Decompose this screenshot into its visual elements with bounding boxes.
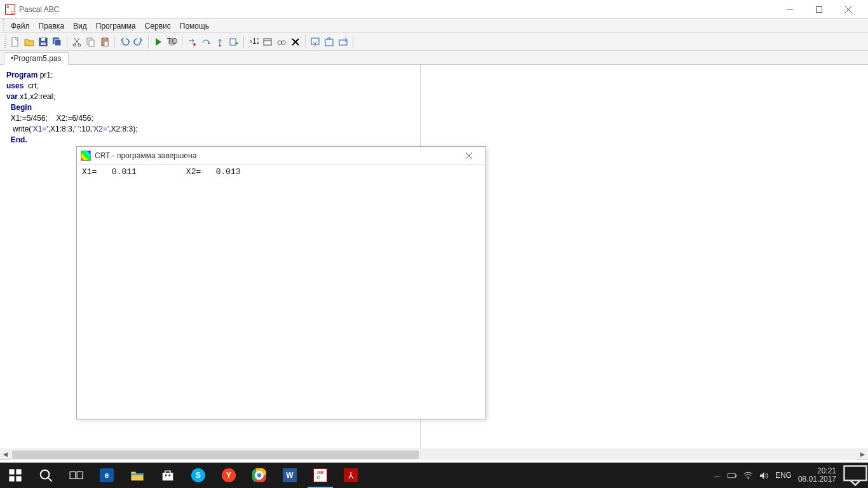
svg-rect-1 <box>12 37 18 46</box>
action-center-button[interactable] <box>843 463 868 488</box>
undo-button[interactable] <box>118 35 132 49</box>
skype-icon[interactable]: S <box>183 463 214 488</box>
crt-titlebar[interactable]: CRT - программа завершена <box>77 147 485 165</box>
paste-button[interactable] <box>98 35 112 49</box>
volume-icon[interactable] <box>759 471 769 480</box>
acrobat-icon[interactable]: ⅄ <box>336 463 366 488</box>
crt-window[interactable]: CRT - программа завершена X1= 0.011 X2= … <box>76 146 486 419</box>
save-button[interactable] <box>36 35 50 49</box>
chrome-icon[interactable] <box>244 463 275 488</box>
pascal-abc-taskbar-icon[interactable]: ABC <box>305 463 336 488</box>
window-button[interactable] <box>261 35 275 49</box>
watch-button[interactable]: ›123 <box>247 35 261 49</box>
svg-point-45 <box>747 478 749 479</box>
tray-language[interactable]: ENG <box>775 471 792 480</box>
clear-button[interactable] <box>288 35 302 49</box>
svg-rect-20 <box>264 39 271 45</box>
crt-title-text: CRT - программа завершена <box>95 151 456 160</box>
scroll-right-arrow[interactable]: ► <box>857 449 868 460</box>
editor-h-scrollbar[interactable]: ◄ ► <box>0 449 868 459</box>
maximize-button[interactable] <box>804 0 834 19</box>
scroll-thumb[interactable] <box>12 451 419 459</box>
word-icon[interactable]: W <box>275 463 305 488</box>
close-button[interactable] <box>834 0 863 19</box>
save-all-button[interactable] <box>50 35 64 49</box>
kw-end: End. <box>6 135 27 144</box>
step-over-button[interactable] <box>199 35 213 49</box>
toolbar-grip[interactable] <box>4 36 6 48</box>
store-icon[interactable] <box>153 463 183 488</box>
minimize-button[interactable] <box>775 0 804 19</box>
step-into-button[interactable] <box>185 35 199 49</box>
task-view-button[interactable] <box>61 463 92 488</box>
wifi-icon[interactable] <box>743 471 753 480</box>
open-file-button[interactable] <box>22 35 36 49</box>
crt-output: X1= 0.011 X2= 0.013 <box>77 165 485 179</box>
cut-button[interactable] <box>70 35 84 49</box>
output-window-button[interactable] <box>308 35 322 49</box>
svg-point-31 <box>41 470 50 479</box>
input-window-button[interactable] <box>322 35 336 49</box>
exec-button[interactable] <box>336 35 350 49</box>
crt-close-button[interactable] <box>456 147 482 165</box>
stop-button[interactable]: STOP <box>165 35 179 49</box>
svg-text:›123: ›123 <box>250 37 259 46</box>
window-title: Pascal ABC <box>19 5 59 14</box>
menu-grip[interactable] <box>3 19 4 32</box>
menu-view[interactable]: Вид <box>69 19 92 32</box>
menu-edit[interactable]: Правка <box>34 19 69 32</box>
run-button[interactable] <box>151 35 165 49</box>
titlebar: Pascal ABC <box>0 0 868 19</box>
tabstrip: •Program5.pas <box>0 51 868 65</box>
step-out-button[interactable] <box>213 35 227 49</box>
svg-rect-27 <box>9 469 14 474</box>
svg-rect-32 <box>70 472 76 479</box>
svg-rect-12 <box>104 37 106 39</box>
svg-rect-35 <box>163 473 173 480</box>
search-button[interactable] <box>31 463 61 488</box>
tray-chevron-up-icon[interactable]: ︿ <box>714 470 721 481</box>
battery-icon[interactable] <box>728 471 737 480</box>
workspace: Program pr1; uses crt; var x1,x2:real; B… <box>0 65 868 449</box>
redo-button[interactable] <box>132 35 146 49</box>
file-explorer-icon[interactable] <box>122 463 153 488</box>
svg-rect-46 <box>844 466 867 480</box>
svg-rect-36 <box>165 475 167 477</box>
svg-rect-4 <box>41 43 46 45</box>
system-tray[interactable]: ︿ ENG 20:21 08.01.2017 <box>707 463 843 488</box>
right-pane <box>421 65 868 449</box>
svg-point-17 <box>219 44 221 46</box>
svg-rect-0 <box>817 6 822 12</box>
edge-icon[interactable]: e <box>92 463 122 488</box>
svg-rect-44 <box>735 474 736 476</box>
menubar: Файл Правка Вид Программа Сервис Помощь <box>0 19 868 33</box>
toolbar: STOP ›123 <box>0 33 868 51</box>
svg-rect-25 <box>325 39 333 46</box>
yandex-icon[interactable]: Y <box>214 463 244 488</box>
svg-rect-37 <box>168 475 170 477</box>
run-to-cursor-button[interactable] <box>227 35 241 49</box>
menu-program[interactable]: Программа <box>92 19 140 32</box>
svg-point-23 <box>281 41 285 44</box>
scroll-left-arrow[interactable]: ◄ <box>0 449 11 460</box>
copy-button[interactable] <box>84 35 98 49</box>
crt-icon <box>81 151 91 161</box>
menu-help[interactable]: Помощь <box>175 19 214 32</box>
file-tab[interactable]: •Program5.pas <box>4 52 69 65</box>
glasses-icon[interactable] <box>275 35 288 49</box>
svg-rect-3 <box>41 38 45 41</box>
svg-rect-30 <box>16 476 21 481</box>
svg-rect-10 <box>89 40 94 46</box>
svg-rect-34 <box>131 473 143 475</box>
svg-point-22 <box>278 41 281 44</box>
menu-file[interactable]: Файл <box>6 19 34 32</box>
svg-rect-18 <box>230 39 236 45</box>
menu-service[interactable]: Сервис <box>140 19 175 32</box>
svg-rect-13 <box>104 41 108 46</box>
app-icon <box>5 4 15 15</box>
svg-rect-43 <box>728 473 735 478</box>
new-file-button[interactable] <box>8 35 22 49</box>
svg-rect-6 <box>55 39 61 46</box>
tray-clock[interactable]: 20:21 08.01.2017 <box>798 467 836 484</box>
start-button[interactable] <box>0 463 31 488</box>
